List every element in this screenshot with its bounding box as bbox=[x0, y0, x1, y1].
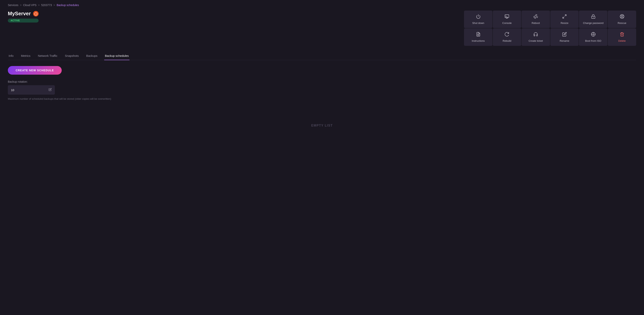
ubuntu-icon: ◯ bbox=[33, 11, 38, 16]
instructions-icon bbox=[476, 32, 481, 38]
rescue-button[interactable]: Rescue bbox=[608, 10, 636, 28]
instructions-button[interactable]: Instructions bbox=[464, 28, 492, 46]
status-badge: ACTIVE bbox=[8, 18, 38, 22]
backup-schedules-content: CREATE NEW SCHEDULE Backup rotation: 10 … bbox=[8, 66, 636, 139]
rebuild-label: Rebuild bbox=[502, 40, 511, 42]
boot-from-iso-label: Boot from ISO bbox=[585, 40, 601, 42]
empty-list: EMPTY LIST bbox=[8, 112, 636, 139]
breadcrumb-sep-2: > bbox=[38, 4, 40, 7]
rescue-icon bbox=[620, 14, 624, 20]
breadcrumb-cloud-vps[interactable]: Cloud VPS bbox=[23, 4, 36, 7]
server-info: MyServer ◯ ACTIVE bbox=[8, 10, 38, 22]
rename-button[interactable]: Rename bbox=[550, 28, 579, 46]
rename-label: Rename bbox=[560, 40, 569, 42]
shut-down-icon bbox=[476, 14, 481, 20]
create-ticket-label: Create ticket bbox=[529, 40, 543, 42]
delete-icon bbox=[620, 32, 624, 38]
instructions-label: Instructions bbox=[472, 40, 484, 42]
change-password-icon bbox=[591, 14, 596, 20]
breadcrumb-services[interactable]: Services bbox=[8, 4, 18, 7]
reboot-button[interactable]: Reboot bbox=[522, 10, 550, 28]
resize-label: Resize bbox=[560, 22, 568, 24]
reboot-icon bbox=[533, 14, 538, 20]
change-password-label: Change password bbox=[583, 22, 604, 24]
svg-line-9 bbox=[622, 17, 623, 18]
svg-line-10 bbox=[622, 15, 623, 16]
resize-icon bbox=[562, 14, 567, 20]
backup-rotation-section: Backup rotation: 10 Maximum number of sc… bbox=[8, 80, 636, 100]
rotation-help-text: Maximum number of scheduled backups that… bbox=[8, 97, 636, 100]
action-buttons-grid: Shut down Console bbox=[464, 10, 636, 46]
breadcrumb-sep-1: > bbox=[20, 4, 22, 7]
breadcrumb-sep-3: > bbox=[54, 4, 55, 7]
svg-point-1 bbox=[535, 16, 537, 18]
change-password-button[interactable]: Change password bbox=[579, 10, 607, 28]
breadcrumb: Services > Cloud VPS > 5203773 > Backup … bbox=[0, 0, 644, 8]
rebuild-button[interactable]: Rebuild bbox=[493, 28, 521, 46]
create-new-schedule-button[interactable]: CREATE NEW SCHEDULE bbox=[8, 66, 62, 75]
create-ticket-button[interactable]: Create ticket bbox=[522, 28, 550, 46]
svg-line-8 bbox=[621, 15, 622, 16]
svg-point-15 bbox=[593, 34, 594, 35]
breadcrumb-current: Backup schedules bbox=[56, 4, 79, 7]
breadcrumb-server-id[interactable]: 5203773 bbox=[41, 4, 52, 7]
console-label: Console bbox=[502, 22, 512, 24]
tab-backup-schedules[interactable]: Backup schedules bbox=[104, 52, 130, 60]
boot-from-iso-icon bbox=[591, 32, 596, 38]
delete-label: Delete bbox=[618, 40, 626, 42]
backup-rotation-field: 10 bbox=[8, 85, 55, 94]
tab-metrics[interactable]: Metrics bbox=[20, 52, 31, 60]
boot-from-iso-button[interactable]: Boot from ISO bbox=[579, 28, 607, 46]
rescue-label: Rescue bbox=[618, 22, 626, 24]
rename-icon bbox=[562, 32, 567, 38]
backup-rotation-value: 10 bbox=[11, 88, 14, 92]
shut-down-label: Shut down bbox=[472, 22, 484, 24]
tab-snapshots[interactable]: Snapshots bbox=[64, 52, 80, 60]
svg-line-3 bbox=[563, 17, 564, 18]
tabs-nav: Info Metrics Network Traffic Snapshots B… bbox=[8, 52, 636, 60]
console-icon bbox=[504, 14, 509, 20]
shut-down-button[interactable]: Shut down bbox=[464, 10, 492, 28]
console-button[interactable]: Console bbox=[493, 10, 521, 28]
reboot-label: Reboot bbox=[532, 22, 540, 24]
svg-line-2 bbox=[565, 15, 566, 16]
resize-button[interactable]: Resize bbox=[550, 10, 579, 28]
server-name: MyServer bbox=[8, 10, 31, 17]
svg-rect-0 bbox=[505, 15, 509, 18]
delete-button[interactable]: Delete bbox=[608, 28, 636, 46]
tab-backups[interactable]: Backups bbox=[86, 52, 98, 60]
backup-rotation-label: Backup rotation: bbox=[8, 80, 636, 83]
create-ticket-icon bbox=[533, 32, 538, 38]
tab-info[interactable]: Info bbox=[8, 52, 14, 60]
tab-network-traffic[interactable]: Network Traffic bbox=[37, 52, 58, 60]
rebuild-icon bbox=[504, 32, 509, 38]
edit-rotation-icon[interactable] bbox=[48, 88, 52, 92]
svg-line-11 bbox=[621, 17, 622, 18]
